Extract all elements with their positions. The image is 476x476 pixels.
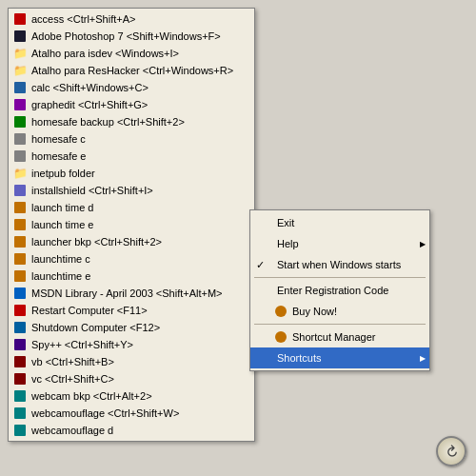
menu-item-label: installshield <Ctrl+Shift+I> — [31, 185, 153, 196]
ctx-item-label: Shortcut Manager — [292, 331, 375, 343]
ctx-item-label: Start when Windows starts — [277, 259, 401, 270]
main-menu-item[interactable]: MSDN Library - April 2003 <Shift+Alt+M> — [9, 285, 254, 302]
menu-item-icon: 📁 — [12, 166, 28, 181]
menu-item-label: homesafe backup <Ctrl+Shift+2> — [31, 116, 185, 128]
main-menu-item[interactable]: launch time e — [9, 216, 254, 233]
main-menu-item[interactable]: launcher bkp <Ctrl+Shift+2> — [9, 233, 254, 250]
menu-item-icon — [12, 29, 28, 44]
main-menu-item[interactable]: launchtime c — [9, 250, 254, 268]
menu-item-icon — [12, 234, 28, 249]
menu-item-label: Shutdown Computer <F12> — [31, 322, 160, 333]
menu-item-label: homesafe e — [31, 150, 86, 162]
main-menu-item[interactable]: vc <Ctrl+Shift+C> — [9, 370, 254, 387]
main-menu-item[interactable]: vb <Ctrl+Shift+B> — [9, 353, 254, 370]
menu-item-icon — [12, 114, 28, 129]
context-menu-separator — [254, 277, 426, 278]
main-menu-item[interactable]: homesafe e — [9, 148, 254, 165]
menu-item-label: homesafe c — [31, 133, 86, 145]
menu-item-label: graphedit <Ctrl+Shift+G> — [31, 99, 148, 110]
ctx-item-icon — [273, 304, 288, 319]
submenu-arrow-icon: ▶ — [420, 240, 426, 248]
menu-item-icon — [12, 320, 28, 335]
main-menu-item[interactable]: Spy++ <Ctrl+Shift+Y> — [9, 336, 254, 353]
main-menu-item[interactable]: installshield <Ctrl+Shift+I> — [9, 182, 254, 199]
context-menu-item[interactable]: Buy Now! — [250, 301, 429, 322]
menu-item-icon — [12, 286, 28, 301]
menu-item-icon — [12, 251, 28, 267]
menu-item-label: Spy++ <Ctrl+Shift+Y> — [31, 339, 133, 350]
menu-item-label: vc <Ctrl+Shift+C> — [31, 373, 114, 385]
ctx-item-icon — [273, 329, 288, 345]
menu-item-label: inetpub folder — [31, 168, 95, 179]
main-menu-item[interactable]: webcamouflage d — [9, 422, 254, 439]
menu-item-icon — [12, 80, 28, 95]
menu-item-icon — [12, 131, 28, 147]
menu-item-icon — [12, 217, 28, 232]
main-menu-item[interactable]: Shutdown Computer <F12> — [9, 319, 254, 336]
menu-item-icon — [12, 11, 28, 27]
menu-item-icon — [12, 200, 28, 215]
main-menu-item[interactable]: graphedit <Ctrl+Shift+G> — [9, 96, 254, 113]
main-menu-item[interactable]: Restart Computer <F11> — [9, 302, 254, 319]
menu-item-icon — [12, 97, 28, 112]
main-menu: access <Ctrl+Shift+A>Adobe Photoshop 7 <… — [8, 8, 255, 442]
ctx-item-label: Shortcuts — [277, 352, 321, 364]
main-menu-item[interactable]: launch time d — [9, 199, 254, 216]
context-menu: ExitHelp▶✓Start when Windows startsEnter… — [249, 209, 430, 371]
menu-item-icon: 📁 — [12, 63, 28, 78]
main-menu-item[interactable]: 📁inetpub folder — [9, 165, 254, 182]
menu-item-icon — [12, 149, 28, 164]
menu-item-icon — [12, 406, 28, 421]
menu-item-label: launchtime c — [31, 253, 90, 265]
checkmark: ✓ — [256, 259, 271, 271]
main-menu-item[interactable]: launchtime e — [9, 268, 254, 285]
menu-item-icon — [12, 354, 28, 369]
menu-item-label: Restart Computer <F11> — [31, 305, 148, 316]
main-menu-item[interactable]: Adobe Photoshop 7 <Shift+Windows+F> — [9, 28, 254, 45]
main-menu-item[interactable]: homesafe backup <Ctrl+Shift+2> — [9, 113, 254, 130]
menu-item-label: calc <Shift+Windows+C> — [31, 82, 149, 93]
menu-item-label: launcher bkp <Ctrl+Shift+2> — [31, 236, 162, 248]
ctx-item-label: Buy Now! — [292, 306, 337, 317]
menu-item-label: launch time e — [31, 219, 93, 230]
context-menu-item[interactable]: Enter Registration Code — [250, 280, 429, 301]
menu-item-label: access <Ctrl+Shift+A> — [31, 13, 135, 25]
menu-item-icon — [12, 337, 28, 352]
menu-item-label: vb <Ctrl+Shift+B> — [31, 356, 114, 367]
context-menu-item[interactable]: Shortcut Manager — [250, 327, 429, 347]
menu-item-icon — [12, 303, 28, 318]
scroll-icon: ↻ — [441, 441, 463, 463]
main-menu-item[interactable]: calc <Shift+Windows+C> — [9, 79, 254, 96]
scroll-button[interactable]: ↻ — [436, 436, 466, 466]
main-menu-item[interactable]: access <Ctrl+Shift+A> — [9, 10, 254, 28]
submenu-arrow-icon: ▶ — [420, 354, 426, 363]
menu-item-label: webcamouflage d — [31, 425, 113, 436]
menu-item-label: webcam bkp <Ctrl+Alt+2> — [31, 390, 152, 402]
context-menu-item[interactable]: Help▶ — [250, 233, 429, 254]
context-menu-separator — [254, 324, 426, 325]
main-menu-item[interactable]: 📁Atalho para ResHacker <Ctrl+Windows+R> — [9, 62, 254, 79]
menu-item-icon — [12, 183, 28, 198]
ctx-item-label: Help — [277, 238, 299, 249]
main-menu-item[interactable]: webcamouflage <Ctrl+Shift+W> — [9, 405, 254, 422]
menu-item-label: webcamouflage <Ctrl+Shift+W> — [31, 407, 179, 419]
menu-item-label: Adobe Photoshop 7 <Shift+Windows+F> — [31, 30, 221, 42]
ctx-item-label: Exit — [277, 217, 294, 228]
menu-item-icon — [12, 423, 28, 438]
menu-item-icon — [12, 268, 28, 284]
main-menu-item[interactable]: homesafe c — [9, 130, 254, 148]
menu-item-icon — [12, 388, 28, 404]
context-menu-item[interactable]: ✓Start when Windows starts — [250, 254, 429, 275]
main-menu-item[interactable]: 📁Atalho para isdev <Windows+I> — [9, 45, 254, 62]
context-menu-item[interactable]: Shortcuts▶ — [250, 347, 429, 368]
menu-item-label: MSDN Library - April 2003 <Shift+Alt+M> — [31, 288, 223, 299]
main-menu-item[interactable]: webcam bkp <Ctrl+Alt+2> — [9, 387, 254, 405]
menu-item-label: Atalho para ResHacker <Ctrl+Windows+R> — [31, 65, 233, 76]
context-menu-item[interactable]: Exit — [250, 212, 429, 233]
menu-item-icon — [12, 371, 28, 387]
menu-item-label: Atalho para isdev <Windows+I> — [31, 48, 179, 59]
menu-item-label: launch time d — [31, 202, 93, 213]
menu-item-icon: 📁 — [12, 46, 28, 61]
menu-item-label: launchtime e — [31, 270, 90, 282]
ctx-item-label: Enter Registration Code — [277, 285, 388, 296]
